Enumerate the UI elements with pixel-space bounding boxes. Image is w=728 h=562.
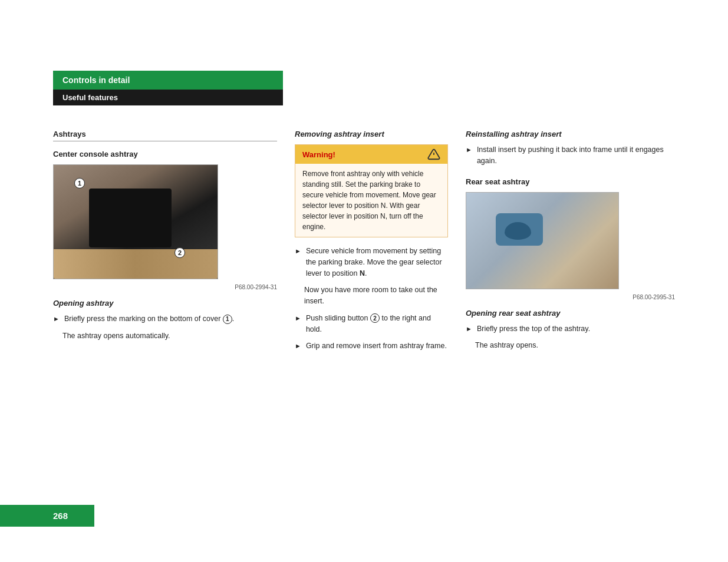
middle-column: Removing ashtray insert Warning! Remove … bbox=[277, 130, 448, 358]
reinstall-title: Reinstalling ashtray insert bbox=[466, 130, 675, 138]
bullet-1-main: Briefly press the marking on the bottom … bbox=[64, 315, 220, 323]
removing-b1-main: Secure vehicle from movement by setting … bbox=[306, 247, 442, 277]
removing-b3-text: Grip and remove insert from ashtray fram… bbox=[306, 340, 447, 352]
reinstall-bullet: ► Install insert by pushing it back into… bbox=[466, 144, 675, 167]
page-number-label: 268 bbox=[53, 511, 68, 521]
circle-2-label: 2 bbox=[174, 247, 185, 258]
opening-ashtray-title: Opening ashtray bbox=[53, 299, 277, 308]
chapter-title: Controls in detail bbox=[53, 71, 283, 90]
opening-sub-text: The ashtray opens automatically. bbox=[62, 330, 277, 342]
removing-bullet-2-text: Push sliding button 2 to the right and h… bbox=[306, 313, 448, 335]
header-section: Controls in detail Useful features bbox=[53, 71, 283, 105]
ashtrays-title: Ashtrays bbox=[53, 130, 277, 141]
removing-bullet-1-text: Secure vehicle from movement by setting … bbox=[306, 246, 448, 279]
rear-sub-text: The ashtray opens. bbox=[475, 340, 675, 351]
center-console-title: Center console ashtray bbox=[53, 150, 277, 158]
rear-b1-text: Briefly press the top of the ashtray. bbox=[477, 323, 590, 335]
warning-box: Warning! Remove front ashtray only with … bbox=[295, 144, 448, 237]
console-opening-detail bbox=[89, 189, 172, 247]
circle-1-label: 1 bbox=[74, 178, 85, 189]
removing-bullet-1: ► Secure vehicle from movement by settin… bbox=[295, 246, 448, 279]
warning-title: Warning! bbox=[302, 150, 335, 159]
opening-rear-title: Opening rear seat ashtray bbox=[466, 309, 675, 318]
rear-bullet-1: ► Briefly press the top of the ashtray. bbox=[466, 323, 675, 335]
section-label: Useful features bbox=[62, 93, 118, 102]
warning-triangle-icon bbox=[427, 148, 440, 161]
removing-b1-n: N bbox=[360, 269, 365, 277]
chapter-label: Controls in detail bbox=[62, 75, 130, 85]
opening-bullet-1: ► Briefly press the marking on the botto… bbox=[53, 313, 277, 325]
left-column: Ashtrays Center console ashtray 1 2 P68.… bbox=[53, 130, 277, 358]
rear-image-label: P68.00-2995-31 bbox=[466, 294, 675, 300]
bullet-arrow-1: ► bbox=[53, 314, 60, 324]
removing-arrow-1: ► bbox=[295, 246, 301, 256]
removing-b1-bold: N bbox=[360, 269, 365, 277]
reinstall-arrow: ► bbox=[466, 145, 472, 155]
removing-b2-start: Push sliding button bbox=[306, 314, 368, 322]
warning-body-text: Remove front ashtray only with vehicle s… bbox=[295, 164, 447, 237]
section-title-bar: Useful features bbox=[53, 90, 283, 105]
right-column: Reinstalling ashtray insert ► Install in… bbox=[448, 130, 675, 358]
removing-arrow-3: ► bbox=[295, 341, 301, 351]
removing-bullet-2: ► Push sliding button 2 to the right and… bbox=[295, 313, 448, 335]
circle-2-inline: 2 bbox=[370, 314, 381, 322]
content-area: Ashtrays Center console ashtray 1 2 P68.… bbox=[53, 130, 675, 358]
page-number: 268 bbox=[0, 505, 94, 527]
console-ashtray-image: 1 2 bbox=[53, 164, 218, 279]
reinstall-text: Install insert by pushing it back into f… bbox=[477, 144, 675, 167]
removing-title: Removing ashtray insert bbox=[295, 130, 448, 138]
removing-arrow-2: ► bbox=[295, 313, 301, 323]
rear-seat-image bbox=[466, 192, 619, 289]
rear-arrow-1: ► bbox=[466, 324, 472, 334]
warning-header: Warning! bbox=[295, 145, 447, 164]
removing-sub-text: Now you have more room to take out the i… bbox=[304, 285, 448, 307]
console-wood-detail bbox=[54, 249, 218, 279]
console-image-label: P68.00-2994-31 bbox=[53, 284, 277, 290]
bullet-1-text: Briefly press the marking on the bottom … bbox=[64, 313, 234, 325]
bullet-circle-inline: 1. bbox=[223, 315, 234, 323]
rear-seat-title: Rear seat ashtray bbox=[466, 177, 675, 186]
removing-bullet-3: ► Grip and remove insert from ashtray fr… bbox=[295, 340, 448, 352]
